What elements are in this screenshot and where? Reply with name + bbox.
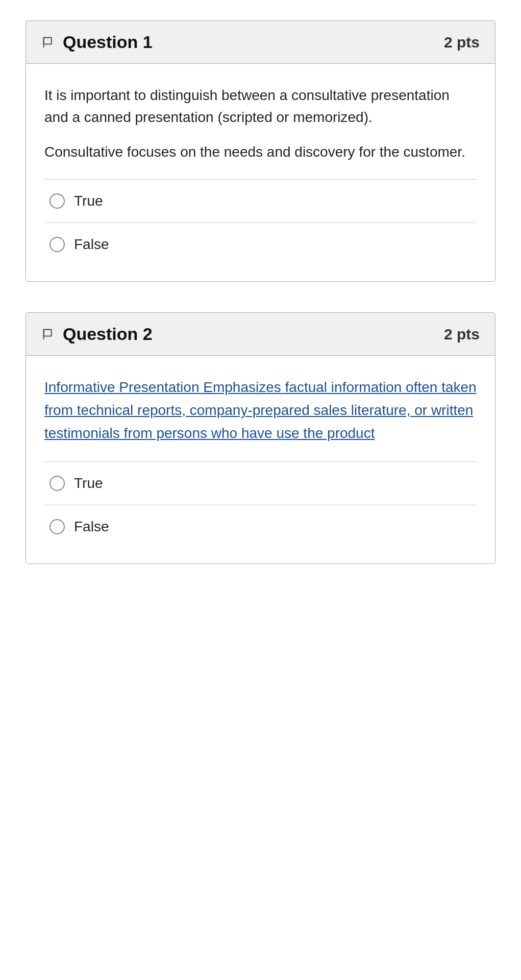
question-2-option-true[interactable]: True xyxy=(44,462,477,505)
question-2-label-true: True xyxy=(74,475,103,492)
question-header-1: Question 1 2 pts xyxy=(26,21,495,64)
question-1-option-true[interactable]: True xyxy=(44,180,477,223)
question-title-group-2: Question 2 xyxy=(41,324,153,344)
question-2-label-false: False xyxy=(74,519,109,535)
question-1-radio-true[interactable] xyxy=(49,193,65,209)
svg-rect-2 xyxy=(44,329,52,336)
question-1-paragraph-2: Consultative focuses on the needs and di… xyxy=(44,141,477,163)
flag-icon-2 xyxy=(41,327,56,341)
question-1-body: It is important to distinguish between a… xyxy=(26,64,495,281)
question-2-title: Question 2 xyxy=(63,324,153,344)
svg-rect-0 xyxy=(44,37,52,44)
question-1-label-true: True xyxy=(74,193,103,209)
flag-icon-1 xyxy=(41,35,56,50)
question-1-paragraph-1: It is important to distinguish between a… xyxy=(44,84,477,129)
question-card-1: Question 1 2 pts It is important to dist… xyxy=(26,20,495,282)
question-1-label-false: False xyxy=(74,236,109,253)
question-header-2: Question 2 2 pts xyxy=(26,313,495,356)
question-2-link[interactable]: Informative Presentation Emphasizes fact… xyxy=(44,376,477,445)
question-1-radio-false[interactable] xyxy=(49,237,65,252)
question-1-text: It is important to distinguish between a… xyxy=(44,84,477,163)
question-card-2: Question 2 2 pts Informative Presentatio… xyxy=(26,312,495,564)
question-2-option-false[interactable]: False xyxy=(44,505,477,548)
question-title-group-1: Question 1 xyxy=(41,32,153,52)
question-2-radio-true[interactable] xyxy=(49,476,65,491)
question-1-option-false[interactable]: False xyxy=(44,223,477,266)
question-2-body: Informative Presentation Emphasizes fact… xyxy=(26,356,495,563)
question-2-radio-false[interactable] xyxy=(49,519,65,534)
question-2-pts: 2 pts xyxy=(444,326,480,343)
question-1-title: Question 1 xyxy=(63,32,153,52)
question-1-pts: 2 pts xyxy=(444,34,480,51)
